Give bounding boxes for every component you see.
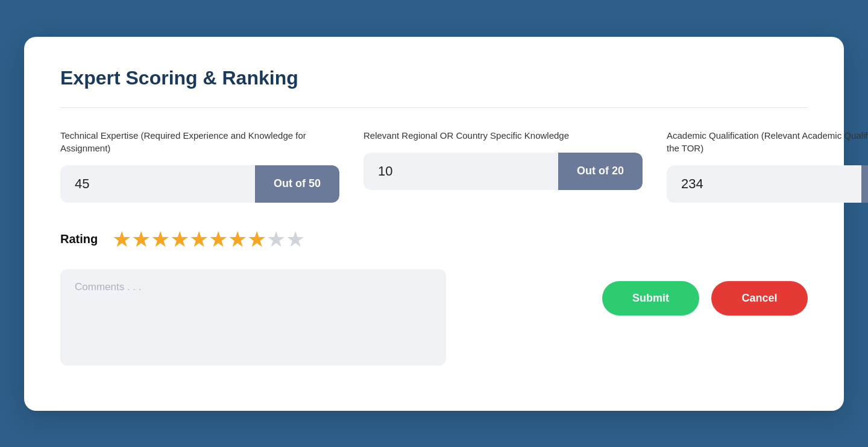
score-max-regional: Out of 20	[558, 153, 643, 190]
scores-row: Technical Expertise (Required Experience…	[60, 129, 808, 203]
score-column-technical: Technical Expertise (Required Experience…	[60, 129, 339, 203]
score-value-academic[interactable]	[667, 165, 861, 203]
submit-button[interactable]: Submit	[602, 281, 699, 315]
star-5[interactable]: ★	[189, 227, 209, 252]
star-3[interactable]: ★	[151, 227, 170, 252]
score-value-technical[interactable]	[60, 165, 255, 203]
star-8[interactable]: ★	[247, 227, 266, 252]
divider	[60, 107, 808, 108]
score-max-technical: Out of 50	[255, 165, 339, 203]
action-buttons: Submit Cancel	[602, 269, 808, 315]
score-column-academic: Academic Qualification (Relevant Academi…	[667, 129, 868, 203]
score-input-row-academic: Out of 300	[667, 165, 868, 203]
score-label-academic: Academic Qualification (Relevant Academi…	[667, 129, 868, 154]
score-value-regional[interactable]	[363, 153, 558, 190]
score-column-regional: Relevant Regional OR Country Specific Kn…	[363, 129, 643, 203]
comments-textarea[interactable]	[60, 269, 446, 366]
score-label-regional: Relevant Regional OR Country Specific Kn…	[363, 129, 643, 142]
score-input-row-technical: Out of 50	[60, 165, 339, 203]
score-label-technical: Technical Expertise (Required Experience…	[60, 129, 339, 154]
star-7[interactable]: ★	[228, 227, 247, 252]
cancel-button[interactable]: Cancel	[711, 281, 808, 315]
score-max-academic: Out of 300	[861, 165, 868, 203]
bottom-section: Submit Cancel	[60, 269, 808, 366]
star-6[interactable]: ★	[209, 227, 228, 252]
rating-label: Rating	[60, 232, 98, 246]
star-10[interactable]: ★	[286, 227, 305, 252]
score-input-row-regional: Out of 20	[363, 153, 643, 190]
modal-title: Expert Scoring & Ranking	[60, 67, 808, 89]
star-9[interactable]: ★	[266, 227, 286, 252]
scoring-modal: Expert Scoring & Ranking Technical Exper…	[24, 37, 844, 411]
rating-row: Rating ★★★★★★★★★★	[60, 227, 808, 252]
star-1[interactable]: ★	[112, 227, 131, 252]
star-4[interactable]: ★	[170, 227, 189, 252]
star-2[interactable]: ★	[131, 227, 151, 252]
stars-container: ★★★★★★★★★★	[112, 227, 305, 252]
